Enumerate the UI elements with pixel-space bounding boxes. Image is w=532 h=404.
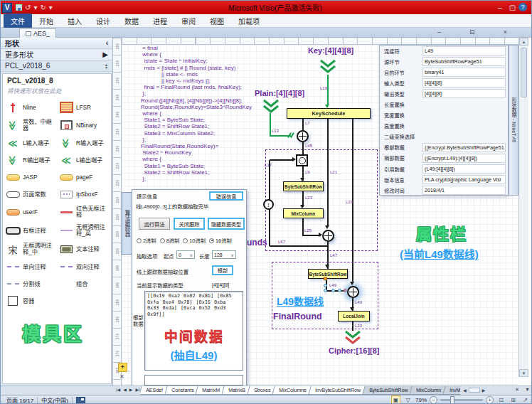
error-info-button[interactable]: 错误信息 — [209, 191, 243, 201]
minimize-ribbon-icon[interactable]: ▿ — [511, 4, 514, 11]
xor-node-3[interactable] — [347, 286, 359, 298]
xor-node-1[interactable] — [297, 130, 309, 142]
pane-close-icon[interactable]: ✕ — [515, 387, 519, 393]
key-input-terminal-icon[interactable] — [319, 59, 337, 75]
undo-dropdown-icon[interactable]: ▾ — [33, 4, 37, 11]
line-L67[interactable] — [270, 245, 328, 247]
shapes-panel-header[interactable]: 形状 ‹ — [1, 38, 112, 49]
undo-icon[interactable]: ↺ — [25, 4, 31, 11]
zoom-level[interactable]: 79% — [415, 397, 427, 403]
stencil-shape[interactable]: NBinary — [58, 119, 111, 132]
doc-close-button[interactable]: × — [504, 28, 507, 36]
zoom-slider-thumb[interactable] — [450, 396, 454, 404]
sheet-tab[interactable]: ByteSubShiftRow — [362, 386, 415, 395]
prev-page-icon[interactable]: ◀ — [123, 387, 127, 392]
hide-datatype-button[interactable]: 隐藏数据类型 — [208, 218, 245, 230]
selection-handle[interactable] — [324, 277, 327, 280]
updown-node[interactable]: ↕ — [263, 199, 274, 210]
stencil-shape[interactable]: 文本注释 — [58, 243, 111, 255]
stencil-shape[interactable]: IpSboxF — [58, 188, 111, 200]
stencil-shape[interactable]: 分割线 — [4, 278, 58, 289]
language-indicator[interactable]: 中文(中国) — [41, 396, 68, 404]
keyschedule-node[interactable]: KeySchedule — [287, 108, 371, 119]
tab-scroll-thumb[interactable] — [469, 388, 480, 393]
ribbon-tab[interactable]: 设计 — [89, 14, 117, 28]
stencil-shape[interactable]: Nline — [4, 102, 58, 113]
fit-page-icon[interactable]: ⊡ — [496, 395, 506, 404]
sheet-tab[interactable]: MixColumns — [272, 386, 314, 395]
shape-data-title-strip[interactable]: 形状数据 - NlineT.49 — [509, 45, 518, 196]
length-select[interactable]: 128∨ — [212, 250, 236, 259]
sheet-tab[interactable]: InvByteSubShiftRow — [308, 386, 367, 395]
close-trace-button[interactable]: 关闭跟踪 — [174, 218, 205, 230]
selection-handle[interactable] — [331, 289, 335, 292]
xor-node-2[interactable] — [322, 230, 334, 242]
stencil-shape[interactable]: L输出端子 — [58, 154, 111, 166]
current-line-annotation[interactable]: (当前L49数据线) — [400, 246, 479, 261]
visio-app-icon[interactable]: V — [2, 3, 12, 13]
line-L21[interactable] — [327, 119, 329, 226]
tab-scroll-left-icon[interactable]: ◀ — [463, 388, 467, 393]
tracker-side-tab[interactable]: 算法跟踪器 — [122, 192, 132, 255]
selection-handle[interactable] — [338, 289, 341, 292]
stencil-shape[interactable]: JASP — [4, 171, 58, 183]
line-L7[interactable] — [302, 119, 304, 131]
fullscreen-view-icon[interactable]: ▽ — [403, 395, 413, 404]
ribbon-tab[interactable]: 数据 — [117, 14, 146, 28]
switch-windows-icon[interactable]: ↗ — [521, 395, 530, 404]
l49-line-annotation[interactable]: L49数据线 — [277, 294, 324, 308]
ribbon-tab[interactable]: 开始 — [32, 14, 60, 28]
radix-radio[interactable]: 10进制 — [183, 237, 206, 244]
doc-minimize-button[interactable]: – — [437, 28, 441, 36]
stencil-shape[interactable]: 双向注释 — [58, 261, 111, 272]
ribbon-tab[interactable]: 插入 — [60, 14, 89, 28]
more-shapes-row[interactable]: 更多形状 ▶ — [1, 49, 112, 60]
scroll-up-icon[interactable]: ▲ — [519, 38, 528, 46]
pane-menu-icon[interactable]: ▼ — [525, 387, 530, 393]
start-select[interactable]: 0∨ — [176, 250, 195, 259]
stencil-tab[interactable]: PCL_v2018_6 ▲▼ — [1, 60, 112, 72]
stencil-shape[interactable]: L输入端子 — [4, 137, 58, 149]
insert-page-button[interactable]: + — [118, 363, 127, 372]
stencil-shape[interactable]: 无框透明注释_英 — [58, 224, 111, 237]
plain-input-terminal-icon[interactable] — [262, 99, 280, 115]
intermediate-data-box[interactable]: [[0x19 0xa2 0x02 0x8b] [0x85 0xfa 0xe4 0… — [144, 291, 243, 371]
page-indicator[interactable]: 页面 16/17 — [6, 396, 33, 404]
stencil-shape[interactable]: userF — [4, 206, 58, 218]
stencil-spinner[interactable]: ▲▼ — [105, 63, 108, 69]
keyboard-icon[interactable] — [76, 397, 85, 403]
extracted-from-annotation[interactable]: (抽自L49) — [145, 347, 243, 362]
tab-scroll-right-icon[interactable]: ▶ — [482, 388, 486, 393]
shape-data-value[interactable]: ((Encrypt.ByteSubShiftRowPage51. — [422, 143, 506, 152]
tracker-bottom-input[interactable] — [144, 375, 243, 386]
doc-restore-button[interactable]: ⊡ — [469, 28, 475, 36]
help-icon[interactable]: ? — [518, 3, 527, 11]
minimize-button[interactable]: – — [498, 4, 502, 11]
line-L17[interactable] — [270, 159, 293, 161]
bytesubshiftrow-node-final[interactable]: ByteSubShiftRow — [308, 269, 348, 279]
shape-data-value[interactable]: [4][4][8] — [422, 89, 506, 98]
ribbon-tab[interactable]: 进程 — [146, 14, 174, 28]
mux-node[interactable] — [296, 154, 308, 166]
localjoin-node[interactable]: LocalJoin — [338, 311, 370, 321]
ribbon-tab[interactable]: 视图 — [203, 14, 231, 28]
stencil-shape[interactable]: R输出端子 — [4, 154, 58, 166]
line-L19[interactable] — [327, 75, 329, 105]
shape-data-value[interactable] — [422, 111, 506, 120]
zoom-out-icon[interactable]: − — [430, 396, 437, 404]
stencil-shape[interactable]: 页面常数 — [4, 188, 58, 200]
stencil-shape[interactable]: 组合 — [58, 278, 111, 289]
redo-icon[interactable]: ↻ — [40, 4, 46, 11]
radix-radio[interactable]: 8进制 — [160, 237, 180, 244]
run-algorithm-button[interactable]: 运行算法 — [139, 218, 170, 230]
shape-data-value[interactable]: [4][4][8] — [422, 78, 506, 87]
radix-radio[interactable]: 16进制 — [209, 237, 232, 244]
shape-data-value[interactable]: ByteSubShiftRowPage51 — [422, 57, 506, 66]
normal-view-icon[interactable]: ▣ — [391, 395, 400, 404]
line-L13-v[interactable] — [270, 113, 271, 136]
stencil-shape[interactable]: pageF — [58, 171, 111, 183]
last-page-icon[interactable]: ▶| — [135, 387, 139, 392]
zoom-in-icon[interactable]: + — [486, 396, 494, 404]
shape-data-value[interactable]: (L49:[4][4][8]) — [422, 164, 506, 174]
close-pane-icon[interactable]: ✕ — [119, 373, 124, 380]
